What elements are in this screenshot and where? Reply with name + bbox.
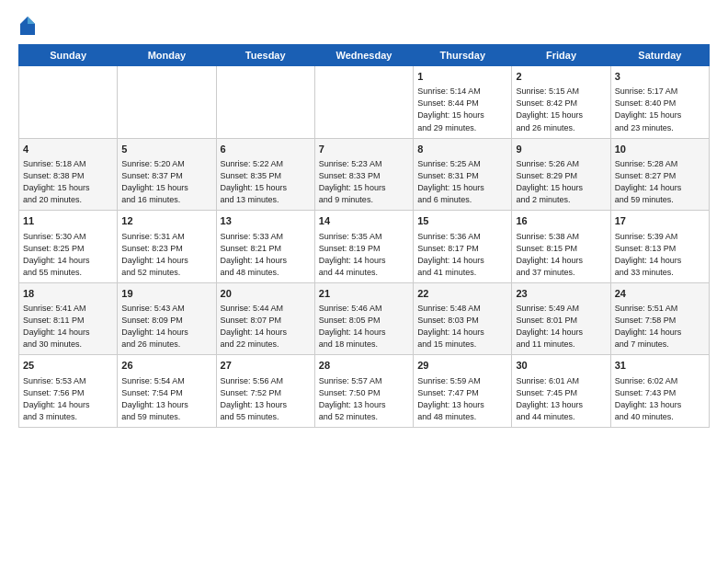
calendar-week-2: 4Sunrise: 5:18 AM Sunset: 8:38 PM Daylig… <box>19 138 710 211</box>
day-header-wednesday: Wednesday <box>314 45 413 66</box>
calendar-cell: 10Sunrise: 5:28 AM Sunset: 8:27 PM Dayli… <box>610 138 709 211</box>
calendar-cell <box>314 66 413 139</box>
calendar-cell: 9Sunrise: 5:26 AM Sunset: 8:29 PM Daylig… <box>512 138 610 211</box>
day-number: 2 <box>516 70 606 84</box>
day-number: 25 <box>23 359 113 373</box>
day-number: 17 <box>615 214 705 228</box>
calendar-cell: 5Sunrise: 5:20 AM Sunset: 8:37 PM Daylig… <box>118 138 216 211</box>
calendar-cell: 24Sunrise: 5:51 AM Sunset: 7:58 PM Dayli… <box>610 282 709 355</box>
day-header-thursday: Thursday <box>414 45 512 66</box>
day-number: 18 <box>23 287 113 301</box>
calendar-cell <box>216 66 314 139</box>
calendar-cell: 31Sunrise: 6:02 AM Sunset: 7:43 PM Dayli… <box>610 355 709 428</box>
day-number: 6 <box>221 143 311 156</box>
day-content: Sunrise: 5:54 AM Sunset: 7:54 PM Dayligh… <box>121 375 211 423</box>
day-number: 10 <box>615 143 705 156</box>
calendar-cell: 18Sunrise: 5:41 AM Sunset: 8:11 PM Dayli… <box>19 282 118 355</box>
day-content: Sunrise: 6:01 AM Sunset: 7:45 PM Dayligh… <box>516 375 606 423</box>
day-content: Sunrise: 5:59 AM Sunset: 7:47 PM Dayligh… <box>417 375 507 423</box>
calendar-cell: 3Sunrise: 5:17 AM Sunset: 8:40 PM Daylig… <box>610 66 709 139</box>
day-number: 11 <box>23 214 113 228</box>
calendar-cell: 26Sunrise: 5:54 AM Sunset: 7:54 PM Dayli… <box>118 355 216 428</box>
calendar-cell: 6Sunrise: 5:22 AM Sunset: 8:35 PM Daylig… <box>216 138 314 211</box>
day-number: 28 <box>319 359 409 373</box>
calendar-cell: 25Sunrise: 5:53 AM Sunset: 7:56 PM Dayli… <box>19 355 118 428</box>
calendar-page: SundayMondayTuesdayWednesdayThursdayFrid… <box>0 0 728 563</box>
days-header-row: SundayMondayTuesdayWednesdayThursdayFrid… <box>19 45 710 66</box>
day-number: 13 <box>221 214 311 228</box>
day-content: Sunrise: 5:28 AM Sunset: 8:27 PM Dayligh… <box>615 158 705 206</box>
day-content: Sunrise: 5:38 AM Sunset: 8:15 PM Dayligh… <box>516 231 606 279</box>
calendar-cell: 23Sunrise: 5:49 AM Sunset: 8:01 PM Dayli… <box>512 282 610 355</box>
day-number: 12 <box>121 214 211 228</box>
day-content: Sunrise: 5:20 AM Sunset: 8:37 PM Dayligh… <box>121 158 211 206</box>
day-number: 7 <box>319 143 409 156</box>
calendar-cell: 27Sunrise: 5:56 AM Sunset: 7:52 PM Dayli… <box>216 355 314 428</box>
day-content: Sunrise: 5:35 AM Sunset: 8:19 PM Dayligh… <box>319 231 409 279</box>
day-number: 4 <box>23 143 113 156</box>
calendar-cell: 20Sunrise: 5:44 AM Sunset: 8:07 PM Dayli… <box>216 282 314 355</box>
day-number: 29 <box>417 359 507 373</box>
day-content: Sunrise: 5:36 AM Sunset: 8:17 PM Dayligh… <box>417 231 507 279</box>
calendar-cell: 12Sunrise: 5:31 AM Sunset: 8:23 PM Dayli… <box>118 211 216 283</box>
day-content: Sunrise: 5:39 AM Sunset: 8:13 PM Dayligh… <box>615 231 705 279</box>
day-header-tuesday: Tuesday <box>216 45 314 66</box>
day-content: Sunrise: 5:30 AM Sunset: 8:25 PM Dayligh… <box>23 231 113 279</box>
day-number: 14 <box>319 214 409 228</box>
day-content: Sunrise: 5:26 AM Sunset: 8:29 PM Dayligh… <box>516 158 606 206</box>
calendar-cell: 11Sunrise: 5:30 AM Sunset: 8:25 PM Dayli… <box>19 211 118 283</box>
day-number: 30 <box>516 359 606 373</box>
day-number: 27 <box>221 359 311 373</box>
day-content: Sunrise: 5:23 AM Sunset: 8:33 PM Dayligh… <box>319 158 409 206</box>
day-header-friday: Friday <box>512 45 610 66</box>
day-number: 3 <box>615 70 705 84</box>
logo <box>18 15 39 37</box>
day-content: Sunrise: 5:48 AM Sunset: 8:03 PM Dayligh… <box>417 303 507 350</box>
calendar-cell: 4Sunrise: 5:18 AM Sunset: 8:38 PM Daylig… <box>19 138 118 211</box>
calendar-cell <box>118 66 216 139</box>
calendar-cell: 28Sunrise: 5:57 AM Sunset: 7:50 PM Dayli… <box>314 355 413 428</box>
day-content: Sunrise: 5:33 AM Sunset: 8:21 PM Dayligh… <box>221 231 311 279</box>
day-header-saturday: Saturday <box>610 45 709 66</box>
calendar-table: SundayMondayTuesdayWednesdayThursdayFrid… <box>18 44 710 428</box>
day-header-sunday: Sunday <box>19 45 118 66</box>
svg-marker-1 <box>28 17 35 24</box>
day-number: 16 <box>516 214 606 228</box>
calendar-cell: 13Sunrise: 5:33 AM Sunset: 8:21 PM Dayli… <box>216 211 314 283</box>
day-content: Sunrise: 5:53 AM Sunset: 7:56 PM Dayligh… <box>23 375 113 423</box>
page-header <box>18 15 710 37</box>
day-header-monday: Monday <box>118 45 216 66</box>
day-content: Sunrise: 5:49 AM Sunset: 8:01 PM Dayligh… <box>516 303 606 350</box>
logo-icon <box>18 15 37 37</box>
day-content: Sunrise: 5:41 AM Sunset: 8:11 PM Dayligh… <box>23 303 113 350</box>
calendar-week-4: 18Sunrise: 5:41 AM Sunset: 8:11 PM Dayli… <box>19 282 710 355</box>
calendar-cell <box>19 66 118 139</box>
day-number: 21 <box>319 287 409 301</box>
day-content: Sunrise: 5:31 AM Sunset: 8:23 PM Dayligh… <box>121 231 211 279</box>
day-content: Sunrise: 6:02 AM Sunset: 7:43 PM Dayligh… <box>615 375 705 423</box>
day-number: 24 <box>615 287 705 301</box>
day-content: Sunrise: 5:18 AM Sunset: 8:38 PM Dayligh… <box>23 158 113 206</box>
calendar-week-1: 1Sunrise: 5:14 AM Sunset: 8:44 PM Daylig… <box>19 66 710 139</box>
day-content: Sunrise: 5:51 AM Sunset: 7:58 PM Dayligh… <box>615 303 705 350</box>
calendar-cell: 17Sunrise: 5:39 AM Sunset: 8:13 PM Dayli… <box>610 211 709 283</box>
day-number: 19 <box>121 287 211 301</box>
calendar-cell: 19Sunrise: 5:43 AM Sunset: 8:09 PM Dayli… <box>118 282 216 355</box>
calendar-cell: 7Sunrise: 5:23 AM Sunset: 8:33 PM Daylig… <box>314 138 413 211</box>
day-number: 26 <box>121 359 211 373</box>
calendar-cell: 21Sunrise: 5:46 AM Sunset: 8:05 PM Dayli… <box>314 282 413 355</box>
calendar-cell: 8Sunrise: 5:25 AM Sunset: 8:31 PM Daylig… <box>414 138 512 211</box>
day-content: Sunrise: 5:44 AM Sunset: 8:07 PM Dayligh… <box>221 303 311 350</box>
day-number: 9 <box>516 143 606 156</box>
day-number: 20 <box>221 287 311 301</box>
day-content: Sunrise: 5:43 AM Sunset: 8:09 PM Dayligh… <box>121 303 211 350</box>
calendar-cell: 15Sunrise: 5:36 AM Sunset: 8:17 PM Dayli… <box>414 211 512 283</box>
day-number: 22 <box>417 287 507 301</box>
day-content: Sunrise: 5:46 AM Sunset: 8:05 PM Dayligh… <box>319 303 409 350</box>
calendar-week-3: 11Sunrise: 5:30 AM Sunset: 8:25 PM Dayli… <box>19 211 710 283</box>
day-content: Sunrise: 5:22 AM Sunset: 8:35 PM Dayligh… <box>221 158 311 206</box>
day-content: Sunrise: 5:17 AM Sunset: 8:40 PM Dayligh… <box>615 86 705 133</box>
day-content: Sunrise: 5:15 AM Sunset: 8:42 PM Dayligh… <box>516 86 606 133</box>
calendar-cell: 2Sunrise: 5:15 AM Sunset: 8:42 PM Daylig… <box>512 66 610 139</box>
day-number: 31 <box>615 359 705 373</box>
